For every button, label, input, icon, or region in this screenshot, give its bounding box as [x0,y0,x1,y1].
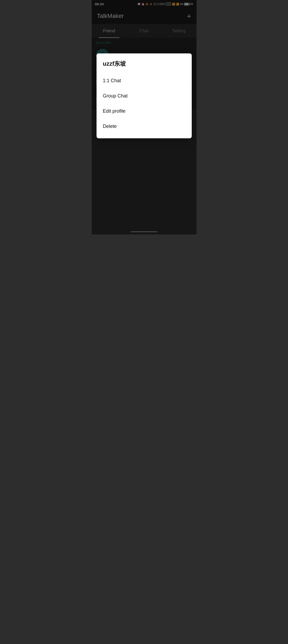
context-menu-title: uzzf东坡 [97,60,192,73]
context-menu: uzzf东坡 1:1 Chat Group Chat Edit profile … [97,53,192,138]
menu-item-delete[interactable]: Delete [97,119,192,134]
menu-item-group-chat[interactable]: Group Chat [97,88,192,104]
menu-item-edit-profile[interactable]: Edit profile [97,104,192,119]
menu-item-one-on-one-chat[interactable]: 1:1 Chat [97,73,192,88]
